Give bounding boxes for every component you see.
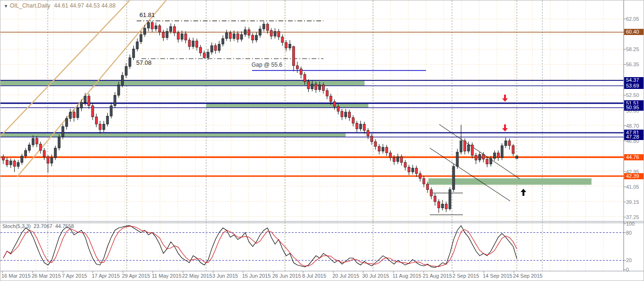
chart-canvas[interactable]	[0, 0, 644, 281]
stoch-tick-label: 100	[626, 221, 635, 227]
date-label: 16 Mar 2015	[1, 273, 31, 279]
symbol-timeframe-label: OIL_Chart,Daily	[10, 2, 50, 9]
date-label: 26 Mar 2015	[32, 273, 61, 279]
red-down-arrow[interactable]	[502, 95, 508, 102]
price-tick-label: 52.50	[626, 92, 639, 98]
date-label: 21 Aug 2015	[423, 273, 452, 279]
price-tick-label: 58.25	[626, 46, 639, 52]
date-label: 24 Sep 2015	[513, 273, 542, 279]
black-up-arrow[interactable]	[521, 189, 526, 196]
date-label: 30 Jul 2015	[362, 273, 389, 279]
indicator-name: Stoch(5,3,3)	[2, 223, 31, 229]
indicator-signal-value: 44.7558	[55, 223, 74, 229]
price-badge: 60.40	[624, 29, 644, 35]
support-zone[interactable]	[0, 81, 365, 86]
price-tick-label: 39.15	[626, 199, 639, 205]
collapse-triangle-icon[interactable]: ▼	[4, 4, 8, 9]
price-axis[interactable]: 62.0558.2556.3552.5050.6048.7046.8042.95…	[624, 0, 644, 271]
indicator-main-value: 23.7067	[34, 223, 52, 229]
annotation-level-61-81[interactable]: 61.81	[139, 11, 155, 18]
price-badge: 50.95	[624, 105, 644, 111]
chart-window: ▼OIL_Chart,Daily44.61 44.97 44.53 44.88 …	[0, 0, 644, 281]
price-badge: 53.69	[624, 83, 644, 89]
price-tick-label: 41.05	[626, 184, 639, 190]
price-badge: 42.39	[624, 173, 644, 179]
date-label: 29 Apr 2015	[122, 273, 150, 279]
stoch-tick-label: 80	[626, 230, 632, 236]
date-label: 17 Apr 2015	[92, 273, 120, 279]
stoch-signal-line	[3, 226, 517, 267]
price-tick-label: 37.25	[626, 214, 639, 220]
date-label: 20 Jul 2015	[332, 273, 359, 279]
price-badge: 47.28	[624, 134, 644, 140]
annotation-level-57-08[interactable]: 57.08	[136, 59, 152, 66]
ohlc-values: 44.61 44.97 44.53 44.88	[54, 2, 115, 9]
date-axis[interactable]: 16 Mar 201526 Mar 20157 Apr 201517 Apr 2…	[0, 272, 644, 281]
stoch-tick-label: 20	[626, 257, 632, 263]
price-badge: 44.76	[624, 154, 644, 160]
price-tick-label: 62.05	[626, 16, 639, 22]
price-tick-label: 48.70	[626, 123, 639, 129]
date-label: 15 Jun 2015	[242, 273, 271, 279]
date-label: 11 Aug 2015	[392, 273, 421, 279]
date-label: 26 Jun 2015	[272, 273, 301, 279]
annotation-gap-label[interactable]: Gap @ 55.6	[252, 61, 282, 68]
date-label: 8 Jul 2015	[302, 273, 326, 279]
date-label: 7 Apr 2015	[62, 273, 87, 279]
support-zone[interactable]	[206, 104, 368, 107]
indicator-label: Stoch(5,3,3)23.706744.7558	[2, 223, 74, 229]
date-label: 3 Jun 2015	[212, 273, 238, 279]
date-label: 2 Sep 2015	[453, 273, 479, 279]
date-label: 11 May 2015	[152, 273, 182, 279]
stoch-main-line	[3, 226, 517, 267]
date-label: 22 May 2015	[182, 273, 212, 279]
date-label: 14 Sep 2015	[483, 273, 512, 279]
price-tick-label: 56.35	[626, 61, 639, 67]
chart-title: ▼OIL_Chart,Daily44.61 44.97 44.53 44.88	[4, 2, 115, 9]
